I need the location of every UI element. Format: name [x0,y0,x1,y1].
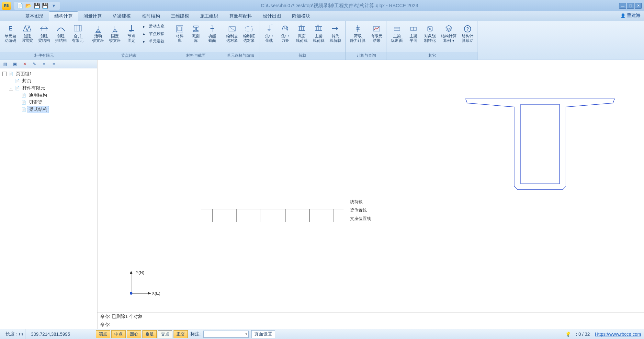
ribbon-btn-2-0[interactable]: 材料 库 [172,22,187,44]
ribbon-btn-label: 单元自 动编码 [5,34,16,43]
ribbon-btn-3-1[interactable]: 绘制框 选对象 [241,22,257,44]
ribbon-btn-4-3[interactable]: F主梁 线荷载 [311,22,327,44]
v2-icon [409,24,418,33]
ribbon-btn-6-4[interactable]: ?结构计 算帮助 [459,22,476,44]
ribbon-btn-4-4[interactable]: 转为 线荷载 [327,22,344,44]
title-bar: RB 📄 📂 💾 💾 ▾ C:\Users\hai07\Desktop\视频录制… [0,0,644,11]
edit-icon[interactable]: ✎ [31,61,37,67]
delete-icon[interactable]: ✕ [22,61,28,67]
ribbon-small-1-0[interactable]: ▸滑动支座 [141,23,166,30]
menu-bar: 基本图形结构计算测量计算桥梁建模临时结构三维建模施工组织算量与配料设计出图附加模… [0,11,644,21]
ribbon-btn-1-0[interactable]: 活动 铰支座 [90,22,106,44]
ribbon-btn-4-0[interactable]: F集中 荷载 [261,22,277,44]
command-prompt[interactable]: 命令: [100,322,641,328]
indent-icon[interactable]: ≡ [51,61,57,67]
ribbon-btn-0-4[interactable]: 合并 有限元 [70,22,86,44]
menu-tab-5[interactable]: 三维建模 [165,11,195,21]
copy-page-icon[interactable]: ▣ [12,61,18,67]
page-settings-button[interactable]: 页面设置 [251,330,275,338]
annotation-combo[interactable] [203,331,249,338]
ribbon-btn-0-2[interactable]: 创建 梁结构 [36,22,52,44]
snap-3[interactable]: 垂足 [142,330,157,338]
ribbon-btn-6-1[interactable]: 主梁 平面 [406,22,421,44]
tree-item-3[interactable]: 📄通用结构 [2,92,96,99]
outdent-icon[interactable]: ≡ [41,61,47,67]
tree-item-1[interactable]: 📄封页 [2,77,96,85]
menu-tab-3[interactable]: 桥梁建模 [107,11,136,21]
ribbon-btn-4-1[interactable]: M集中 力矩 [277,22,293,44]
fsec-icon [207,24,217,33]
snap-2[interactable]: 圆心 [127,330,141,338]
save-as-icon[interactable]: 💾 [42,3,48,9]
open-file-icon[interactable]: 📂 [26,3,31,9]
ribbon-btn-6-3[interactable]: 结构计算 算例 ▾ [439,22,459,44]
ribbon-btn-1-1[interactable]: 固定 铰支座 [107,22,123,44]
menu-tab-8[interactable]: 设计出图 [257,11,287,21]
mat-icon [175,24,185,33]
f1-icon: F [264,24,274,33]
save-icon[interactable]: 💾 [34,3,40,9]
truss-icon [22,24,32,33]
menu-tab-0[interactable]: 基本图形 [20,11,49,21]
tree-toggle-icon[interactable]: - [9,86,13,90]
add-page-icon[interactable]: ▤ [2,61,8,67]
quick-access-toolbar: 📄 📂 💾 💾 ▾ [14,2,60,10]
tree-item-2[interactable]: -📄杆件有限元 [2,85,96,92]
menu-tab-7[interactable]: 算量与配料 [224,11,257,21]
ribbon-btn-6-0[interactable]: 主梁 纵断面 [389,22,405,44]
menu-tab-6[interactable]: 施工组织 [195,11,224,21]
ribbon-btn-3-0[interactable]: 绘制交 选对象 [224,22,240,44]
website-link[interactable]: Https://www.rbcce.com [595,332,641,337]
snap-4[interactable]: 交点 [158,330,172,338]
ribbon-group-label: 荷载 [259,52,345,60]
ribbon-btn-label: 截面 线荷载 [296,34,308,43]
tree-toggle-icon[interactable]: - [2,72,7,76]
ribbon-btn-6-2[interactable]: F对象强 制转化 [422,22,438,44]
help-icon: ? [463,24,472,33]
v1-icon [392,24,402,33]
minimize-button[interactable]: — [619,3,626,9]
close-button[interactable]: ✕ [635,3,642,9]
snap-0[interactable]: 端点 [96,330,110,338]
maximize-button[interactable]: ▢ [627,3,634,9]
snap-1[interactable]: 中点 [111,330,126,338]
user-badge[interactable]: 曹建海 [620,13,640,18]
ribbon-btn-1-2[interactable]: 节点 固定 [124,22,139,44]
ribbon-btn-label: 固定 铰支座 [109,34,121,43]
ribbon-btn-2-1[interactable]: 截面 库 [188,22,204,44]
ribbon-group-label: 材料与截面 [170,52,222,60]
tree-item-0[interactable]: -📄页面组1 [2,70,96,77]
qat-dropdown-icon[interactable]: ▾ [51,3,57,9]
drawing-canvas[interactable]: 线荷载 梁位置线 支座位置线 Y(N) X(E) [97,60,644,312]
menu-tab-2[interactable]: 测量计算 [78,11,107,21]
ribbon-btn-label: 主梁 平面 [410,34,417,43]
menu-tab-4[interactable]: 临时结构 [136,11,165,21]
ribbon-small-1-2[interactable]: ▸单元端铰 [141,38,166,45]
ribbon-btn-label: 创建 梁结构 [38,34,50,43]
ribbon-btn-5-1[interactable]: 有限元 结果 [368,22,385,44]
tree-item-5[interactable]: 📄梁式结构 [2,106,96,113]
tree-item-4[interactable]: 📄贝雷梁 [2,99,96,106]
ribbon-btn-0-3[interactable]: 创建 拱结构 [53,22,69,44]
sup3-icon [127,24,136,33]
m1-icon: M [280,24,290,33]
menu-tab-9[interactable]: 附加模块 [287,11,316,21]
page-icon: 📄 [15,86,20,90]
ribbon-btn-0-1[interactable]: 创建 贝雷梁 [19,22,35,44]
ribbon-btn-5-0[interactable]: 荷载 静力计算 [348,22,368,44]
ribbon-small-1-1[interactable]: ▸节点铰接 [141,30,166,37]
menu-tab-1[interactable]: 结构计算 [49,11,78,21]
coordinate-axis: Y(N) X(E) [127,270,162,299]
ribbon-btn-label: 创建 贝雷梁 [21,34,33,43]
snap-5[interactable]: 正交 [174,330,188,338]
tree-label: 页面组1 [15,71,33,77]
ribbon-btn-2-2[interactable]: 功能 截面 [204,22,220,44]
svg-point-4 [211,28,213,29]
ribbon-btn-0-0[interactable]: E单元自 动编码 [2,22,18,44]
cursor-coordinates: 309.7214,381.5995 [28,329,93,339]
svg-text:?: ? [466,26,469,31]
label-support-line: 支座位置线 [350,216,371,221]
ribbon-btn-4-2[interactable]: F截面 线荷载 [294,22,310,44]
page-tree[interactable]: -📄页面组1📄封页-📄杆件有限元📄通用结构📄贝雷梁📄梁式结构 [0,68,97,329]
new-file-icon[interactable]: 📄 [17,3,23,9]
